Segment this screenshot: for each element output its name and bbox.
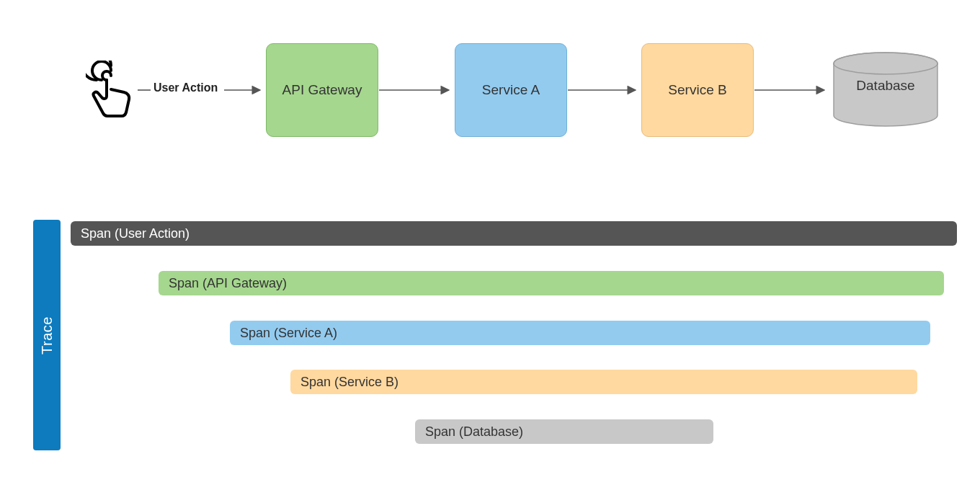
span-user-action-label: Span (User Action) bbox=[81, 226, 190, 241]
service-a-label: Service A bbox=[482, 82, 540, 98]
trace-label-container: Trace bbox=[33, 220, 61, 450]
span-api-gateway-label: Span (API Gateway) bbox=[169, 276, 287, 291]
arrow-api-to-service-a bbox=[379, 86, 453, 94]
touch-icon bbox=[86, 61, 136, 121]
api-gateway-node: API Gateway bbox=[266, 43, 378, 137]
arrow-service-b-to-db bbox=[754, 86, 829, 94]
span-service-b: Span (Service B) bbox=[290, 370, 917, 394]
service-a-node: Service A bbox=[455, 43, 567, 137]
span-database-label: Span (Database) bbox=[425, 424, 523, 440]
service-b-node: Service B bbox=[641, 43, 754, 137]
trace-label: Trace bbox=[39, 316, 55, 355]
span-service-b-label: Span (Service B) bbox=[300, 375, 398, 390]
span-api-gateway: Span (API Gateway) bbox=[159, 271, 944, 295]
span-service-a-label: Span (Service A) bbox=[240, 326, 337, 341]
api-gateway-label: API Gateway bbox=[282, 82, 362, 98]
arrow-user-to-api bbox=[138, 86, 264, 94]
database-label: Database bbox=[830, 78, 941, 94]
arrow-service-a-to-b bbox=[568, 86, 640, 94]
span-service-a: Span (Service A) bbox=[230, 321, 930, 345]
span-database: Span (Database) bbox=[415, 419, 713, 444]
service-b-label: Service B bbox=[668, 82, 726, 98]
span-user-action: Span (User Action) bbox=[71, 221, 957, 246]
